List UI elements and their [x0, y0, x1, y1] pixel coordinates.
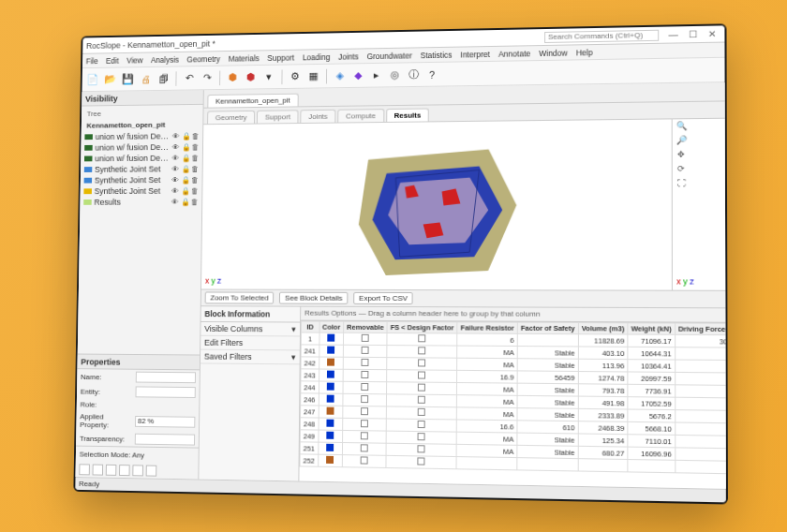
doc-tab[interactable]: Kennametton_open_pit — [207, 94, 298, 108]
col-header[interactable]: Weight (kN) — [628, 323, 675, 335]
undo-icon[interactable]: ↶ — [182, 70, 196, 85]
viewport-left[interactable]: x y z — [201, 119, 673, 289]
col-header[interactable]: ID — [301, 321, 319, 332]
save-icon[interactable]: 💾 — [121, 72, 135, 87]
menu-groundwater[interactable]: Groundwater — [367, 51, 412, 61]
compute-icon[interactable]: ▸ — [369, 67, 384, 82]
lock-icon[interactable]: 🔒 — [182, 155, 189, 162]
delete-icon[interactable]: 🗑 — [191, 187, 199, 195]
cube-red-icon[interactable]: ⬢ — [244, 69, 259, 84]
pan-icon[interactable]: ✥ — [675, 150, 689, 163]
see-block-details-button[interactable]: See Block Details — [279, 292, 348, 304]
menu-window[interactable]: Window — [539, 48, 568, 58]
zoom-to-selected-button[interactable]: Zoom To Selected — [205, 291, 275, 303]
tab-results[interactable]: Results — [386, 109, 429, 122]
fit-icon[interactable]: ⛶ — [675, 178, 689, 191]
print-icon[interactable]: 🖨 — [139, 71, 153, 86]
close-button[interactable]: ✕ — [704, 28, 721, 38]
target-icon[interactable]: ◎ — [388, 67, 403, 82]
col-header[interactable]: Removable — [344, 321, 388, 332]
delete-icon[interactable]: 🗑 — [191, 154, 199, 161]
sel-icon-5[interactable] — [132, 465, 143, 476]
sel-icon-4[interactable] — [119, 465, 130, 476]
visibility-icon[interactable]: 👁 — [172, 143, 180, 151]
prop-applied-field[interactable]: 82 % — [135, 416, 195, 428]
prop-transparency-field[interactable] — [135, 434, 195, 446]
menu-view[interactable]: View — [126, 55, 142, 65]
col-header[interactable]: FS < Design Factor — [387, 321, 457, 332]
help-icon[interactable]: ? — [424, 66, 439, 81]
col-header[interactable]: Volume (m3) — [578, 323, 628, 335]
lock-icon[interactable]: 🔒 — [182, 176, 189, 184]
tree-item[interactable]: Synthetic Joint Set👁🔒🗑 — [82, 163, 200, 175]
viewport-right[interactable]: 🔍 🔎 ✥ ⟳ ⛶ x y z — [673, 113, 728, 291]
export-csv-button[interactable]: Export To CSV — [353, 292, 413, 304]
lock-icon[interactable]: 🔒 — [182, 165, 189, 172]
zoom-out-icon[interactable]: 🔎 — [675, 135, 689, 148]
tab-joints[interactable]: Joints — [300, 110, 335, 123]
menu-edit[interactable]: Edit — [106, 55, 119, 65]
open-file-icon[interactable]: 📂 — [103, 72, 117, 87]
tree-item[interactable]: Synthetic Joint Set👁🔒🗑 — [82, 174, 200, 186]
visible-columns-row[interactable]: Visible Columns▾ — [200, 322, 300, 336]
rotate-icon[interactable]: ⟳ — [675, 164, 689, 177]
maximize-button[interactable]: ☐ — [684, 29, 702, 39]
sel-icon-2[interactable] — [93, 465, 104, 476]
copy-icon[interactable]: 🗐 — [156, 71, 171, 86]
visibility-icon[interactable]: 👁 — [172, 132, 180, 140]
menu-interpret[interactable]: Interpret — [460, 50, 490, 59]
delete-icon[interactable]: 🗑 — [191, 198, 199, 205]
tree-item[interactable]: Results👁🔒🗑 — [82, 196, 200, 207]
zoom-in-icon[interactable]: 🔍 — [675, 121, 688, 134]
lock-icon[interactable]: 🔒 — [181, 187, 188, 195]
visibility-icon[interactable]: 👁 — [171, 198, 179, 205]
menu-help[interactable]: Help — [576, 48, 593, 57]
delete-icon[interactable]: 🗑 — [192, 143, 200, 151]
tab-geometry[interactable]: Geometry — [207, 111, 255, 124]
edit-filters-row[interactable]: Edit Filters — [200, 336, 300, 351]
lock-icon[interactable]: 🔒 — [182, 143, 189, 151]
saved-filters-row[interactable]: Saved Filters▾ — [200, 350, 300, 365]
results-grid[interactable]: IDColorRemovableFS < Design FactorFailur… — [299, 321, 728, 497]
menu-statistics[interactable]: Statistics — [421, 50, 453, 59]
minimize-button[interactable]: — — [664, 29, 682, 39]
col-header[interactable]: Driving Force (kN) — [675, 323, 728, 335]
lock-icon[interactable]: 🔒 — [181, 198, 188, 205]
menu-file[interactable]: File — [86, 56, 98, 66]
grid-icon[interactable]: ▦ — [306, 68, 321, 83]
tree-item[interactable]: union w/ fusion Default NA👁🔒🗑 — [82, 153, 200, 165]
cube-orange-icon[interactable]: ⬢ — [226, 70, 241, 85]
menu-joints[interactable]: Joints — [338, 52, 359, 61]
menu-annotate[interactable]: Annotate — [498, 49, 530, 59]
col-header[interactable]: Color — [319, 321, 344, 332]
delete-icon[interactable]: 🗑 — [191, 176, 199, 184]
col-header[interactable]: Failure Resistor — [457, 322, 517, 333]
lock-icon[interactable]: 🔒 — [182, 132, 189, 140]
visibility-icon[interactable]: 👁 — [171, 187, 179, 195]
visibility-icon[interactable]: 👁 — [171, 165, 179, 172]
dropdown-icon[interactable]: ▾ — [261, 69, 276, 84]
visibility-icon[interactable]: 👁 — [171, 176, 179, 184]
view3d-icon[interactable]: ◈ — [333, 68, 348, 83]
tree-item[interactable]: Synthetic Joint Set👁🔒🗑 — [82, 185, 200, 197]
col-header[interactable]: Factor of Safety — [517, 322, 578, 334]
menu-geometry[interactable]: Geometry — [186, 54, 220, 64]
delete-icon[interactable]: 🗑 — [192, 132, 200, 140]
menu-analysis[interactable]: Analysis — [151, 54, 179, 64]
redo-icon[interactable]: ↷ — [200, 70, 214, 85]
prop-name-field[interactable] — [136, 372, 196, 383]
tab-compute[interactable]: Compute — [337, 109, 384, 122]
tab-support[interactable]: Support — [257, 110, 299, 123]
visibility-icon[interactable]: 👁 — [171, 155, 179, 162]
sel-icon-3[interactable] — [106, 465, 117, 476]
prop-entity-field[interactable] — [136, 386, 196, 398]
delete-icon[interactable]: 🗑 — [191, 165, 199, 172]
layers-icon[interactable]: ◆ — [350, 68, 365, 83]
info-icon[interactable]: ⓘ — [406, 67, 421, 82]
command-search-input[interactable] — [544, 29, 659, 42]
sel-icon-1[interactable] — [79, 464, 90, 475]
settings-icon[interactable]: ⚙ — [288, 69, 303, 84]
menu-loading[interactable]: Loading — [303, 52, 330, 62]
menu-support[interactable]: Support — [267, 52, 294, 62]
new-file-icon[interactable]: 📄 — [85, 72, 99, 87]
